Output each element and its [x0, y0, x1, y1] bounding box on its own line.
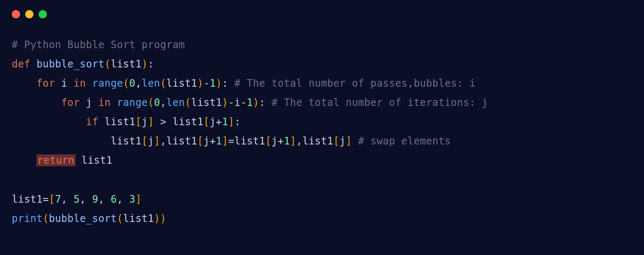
keyword-for: for	[61, 97, 80, 108]
code-line: list1[j],list1[j+1]=list1[j+1],list1[j] …	[12, 131, 632, 151]
builtin-range: range	[92, 77, 123, 89]
parameter: list1	[111, 58, 142, 70]
comment-text: # The total number of iterations: j	[272, 97, 488, 108]
builtin-print: print	[12, 213, 43, 224]
minimize-icon[interactable]	[25, 10, 34, 18]
builtin-range: range	[117, 97, 148, 108]
code-line: for j in range(0,len(list1)-i-1): # The …	[12, 93, 632, 112]
code-line	[12, 170, 632, 190]
builtin-len: len	[142, 77, 160, 89]
zoom-icon[interactable]	[39, 10, 47, 18]
code-editor-window: # Python Bubble Sort programdef bubble_s…	[0, 0, 644, 255]
keyword-for: for	[36, 77, 55, 89]
keyword-def: def	[12, 58, 30, 70]
titlebar	[0, 0, 644, 23]
code-line: print(bubble_sort(list1))	[12, 209, 632, 228]
comment-text: # The total number of passes,bubbles: i	[234, 77, 475, 89]
code-line: if list1[j] > list1[j+1]:	[12, 112, 632, 131]
comment-text: # Python Bubble Sort program	[12, 39, 185, 51]
comment-text: # swap elements	[358, 135, 451, 147]
builtin-len: len	[166, 97, 185, 108]
keyword-in: in	[99, 97, 111, 108]
code-line: list1=[7, 5, 9, 6, 3]	[12, 190, 632, 209]
close-icon[interactable]	[12, 10, 20, 18]
code-line: for i in range(0,len(list1)-1): # The to…	[12, 74, 632, 93]
keyword-if: if	[86, 116, 99, 128]
keyword-return: return	[36, 155, 75, 166]
code-line: return list1	[12, 151, 632, 170]
function-name: bubble_sort	[36, 58, 104, 70]
keyword-in: in	[74, 77, 86, 89]
code-line: def bubble_sort(list1):	[12, 54, 632, 74]
code-editor[interactable]: # Python Bubble Sort programdef bubble_s…	[0, 23, 644, 232]
code-line: # Python Bubble Sort program	[12, 35, 632, 54]
